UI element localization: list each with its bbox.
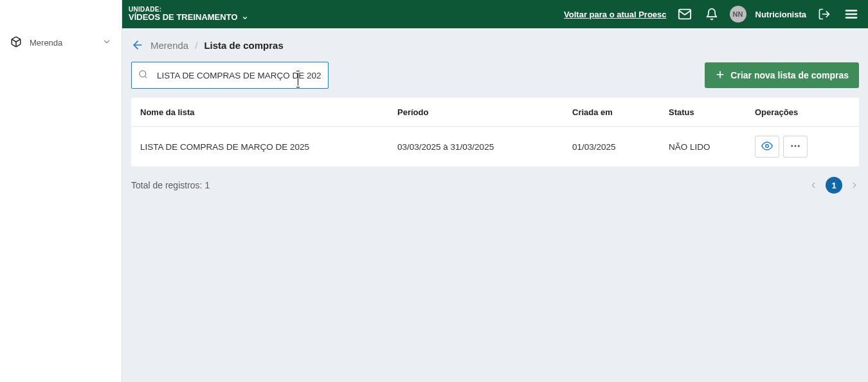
cell-ops [755, 136, 850, 158]
more-actions-button[interactable] [783, 136, 808, 158]
prev-page-button[interactable] [809, 181, 818, 190]
cell-period: 03/03/2025 à 31/03/2025 [397, 142, 572, 152]
th-name: Nome da lista [140, 107, 397, 117]
cell-name: LISTA DE COMPRAS DE MARÇO DE 2025 [140, 142, 397, 152]
search-input[interactable] [157, 64, 321, 87]
breadcrumb-current: Lista de compras [204, 40, 283, 51]
unit-name-text: VÍDEOS DE TREINAMENTO [129, 13, 238, 23]
eye-icon [761, 140, 773, 154]
th-created: Criada em [572, 107, 669, 117]
pagination: 1 [809, 177, 859, 194]
search-icon [138, 69, 148, 81]
menu-icon[interactable] [842, 5, 860, 23]
back-to-proesc-link[interactable]: Voltar para o atual Proesc [564, 10, 666, 19]
chevron-down-icon [102, 37, 111, 48]
unit-name: VÍDEOS DE TREINAMENTO [129, 13, 248, 23]
next-page-button[interactable] [850, 181, 859, 190]
sidebar: Merenda [0, 0, 122, 382]
chevron-down-icon [242, 15, 248, 21]
svg-point-11 [791, 145, 793, 147]
sidebar-item-label: Merenda [30, 38, 95, 48]
cell-created: 01/03/2025 [572, 142, 669, 152]
breadcrumb-separator: / [195, 40, 197, 51]
view-button[interactable] [755, 136, 779, 158]
breadcrumb-parent[interactable]: Merenda [150, 40, 188, 51]
svg-point-13 [798, 145, 800, 147]
main-content: UNIDADE: VÍDEOS DE TREINAMENTO Voltar pa… [122, 0, 868, 382]
bell-icon[interactable] [703, 5, 721, 23]
create-list-label: Criar nova lista de compras [730, 70, 849, 80]
back-arrow-icon[interactable] [131, 39, 144, 51]
search-wrapper [131, 62, 329, 89]
box-icon [10, 36, 22, 50]
topbar: UNIDADE: VÍDEOS DE TREINAMENTO Voltar pa… [122, 0, 868, 28]
svg-point-12 [795, 145, 797, 147]
unit-selector[interactable]: UNIDADE: VÍDEOS DE TREINAMENTO [129, 6, 248, 23]
mail-icon[interactable] [676, 5, 694, 23]
th-period: Período [397, 107, 572, 117]
sidebar-item-merenda[interactable]: Merenda [0, 28, 122, 57]
create-list-button[interactable]: Criar nova lista de compras [705, 62, 859, 88]
page-number-1[interactable]: 1 [826, 177, 842, 194]
svg-point-10 [766, 144, 769, 147]
logout-icon[interactable] [815, 5, 833, 23]
cell-status: NÃO LIDO [669, 142, 755, 152]
avatar[interactable]: NN [730, 6, 746, 23]
breadcrumb: Merenda / Lista de compras [122, 28, 868, 62]
th-ops: Operações [755, 107, 850, 117]
user-name: Nutricionista [755, 10, 806, 19]
toolbar: Criar nova lista de compras [122, 62, 868, 98]
more-horizontal-icon [790, 140, 801, 154]
table-header-row: Nome da lista Período Criada em Status O… [131, 98, 859, 127]
plus-icon [715, 69, 725, 82]
shopping-list-table: Nome da lista Período Criada em Status O… [131, 98, 859, 167]
th-status: Status [669, 107, 755, 117]
table-row: LISTA DE COMPRAS DE MARÇO DE 2025 03/03/… [131, 127, 859, 167]
table-footer: Total de registros: 1 1 [122, 167, 868, 204]
total-records: Total de registros: 1 [131, 180, 210, 190]
svg-line-7 [145, 76, 147, 78]
logo-area [0, 0, 122, 28]
